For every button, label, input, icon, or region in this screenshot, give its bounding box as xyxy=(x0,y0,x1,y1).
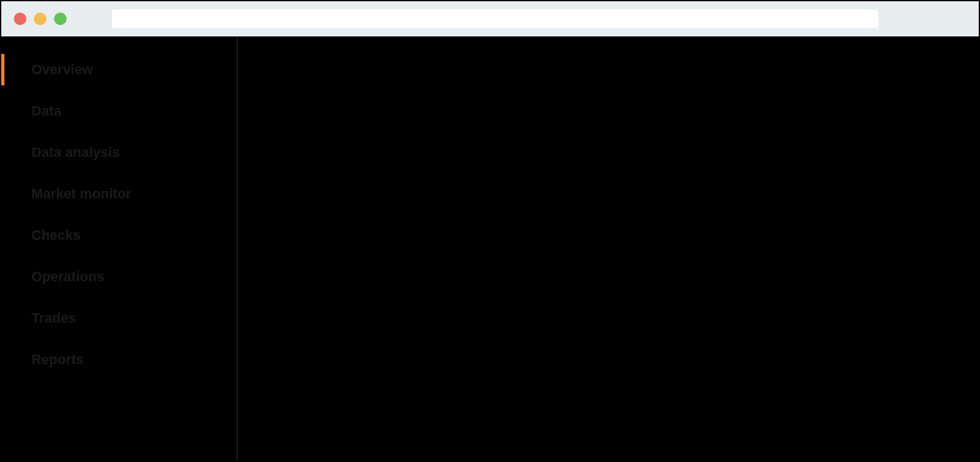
sidebar-item-label: Overview xyxy=(31,62,93,78)
sidebar-item-label: Reports xyxy=(31,352,84,368)
content-area: Overview Data Data analysis Market monit… xyxy=(1,38,979,461)
sidebar-item-label: Checks xyxy=(31,227,80,244)
sidebar-item-label: Market monitor xyxy=(31,186,131,202)
maximize-window-button[interactable] xyxy=(54,13,67,25)
main-content xyxy=(237,38,979,461)
sidebar-item-checks[interactable]: Checks xyxy=(1,215,237,256)
sidebar-item-label: Operations xyxy=(31,269,104,285)
address-bar[interactable] xyxy=(112,9,878,28)
close-window-button[interactable] xyxy=(14,13,26,25)
app-window: Overview Data Data analysis Market monit… xyxy=(0,0,980,462)
sidebar-item-label: Trades xyxy=(31,310,76,326)
sidebar-item-data-analysis[interactable]: Data analysis xyxy=(1,132,237,173)
sidebar-item-operations[interactable]: Operations xyxy=(1,256,237,298)
sidebar-item-reports[interactable]: Reports xyxy=(1,339,237,380)
sidebar-item-data[interactable]: Data xyxy=(1,90,237,132)
sidebar-item-trades[interactable]: Trades xyxy=(1,298,237,339)
sidebar-item-label: Data xyxy=(31,103,62,119)
sidebar: Overview Data Data analysis Market monit… xyxy=(1,38,237,461)
window-controls xyxy=(14,13,67,25)
minimize-window-button[interactable] xyxy=(34,13,46,25)
sidebar-item-market-monitor[interactable]: Market monitor xyxy=(1,173,237,215)
sidebar-item-label: Data analysis xyxy=(31,144,120,161)
titlebar xyxy=(1,1,979,38)
sidebar-item-overview[interactable]: Overview xyxy=(1,49,237,90)
